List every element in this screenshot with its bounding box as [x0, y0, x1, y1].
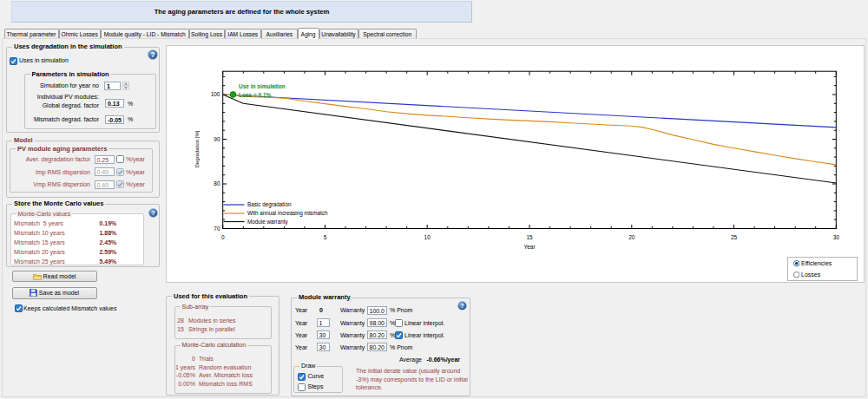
- svg-text:10: 10: [424, 234, 431, 240]
- svg-text:Module warranty: Module warranty: [247, 219, 288, 226]
- svg-text:?: ?: [150, 50, 155, 59]
- svg-text:?: ?: [151, 209, 155, 217]
- svg-text:70: 70: [214, 226, 220, 232]
- svg-text:30: 30: [833, 234, 840, 240]
- svg-text:With annual increasing mismatc: With annual increasing mismatch: [247, 210, 328, 217]
- svg-text:Use in simulation: Use in simulation: [239, 83, 286, 89]
- svg-text:90: 90: [214, 136, 220, 142]
- svg-text:0: 0: [221, 234, 225, 240]
- svg-text:25: 25: [731, 234, 738, 240]
- svg-text:5: 5: [324, 234, 327, 240]
- svg-text:Year: Year: [523, 244, 536, 250]
- svg-text:100: 100: [211, 91, 220, 97]
- svg-text:80: 80: [214, 180, 220, 186]
- svg-text:Loss = 0.1%: Loss = 0.1%: [239, 92, 272, 98]
- svg-text:?: ?: [460, 302, 464, 310]
- svg-text:Degradation [%]: Degradation [%]: [194, 130, 200, 167]
- svg-text:20: 20: [628, 234, 635, 240]
- svg-text:15: 15: [526, 234, 533, 240]
- svg-text:Basic degradation: Basic degradation: [247, 201, 292, 208]
